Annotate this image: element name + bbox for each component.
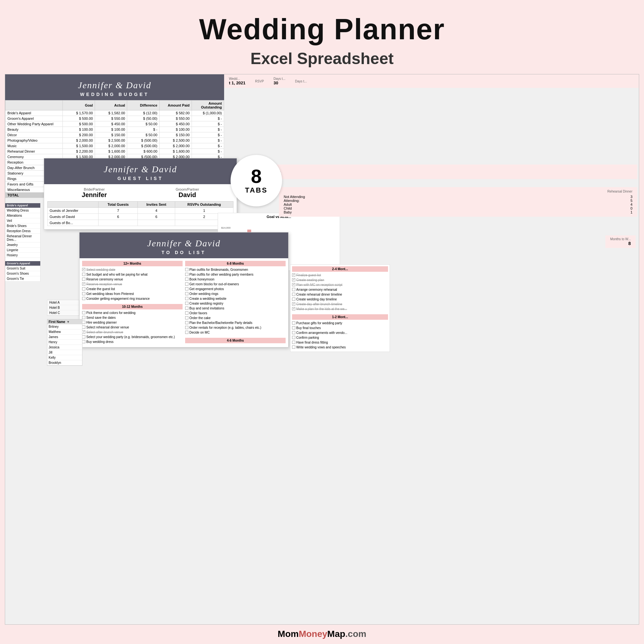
todo-text: Plan the Bachelor/Bachelorette Party det… [189, 321, 252, 325]
todo-checkbox[interactable] [292, 326, 295, 329]
todo-checkbox[interactable] [82, 316, 85, 319]
todo-checkbox[interactable] [82, 282, 85, 286]
todo-checkbox[interactable] [292, 278, 295, 281]
todo-checkbox[interactable] [82, 273, 85, 276]
todo-text: Plan with MC on reception script [296, 283, 342, 287]
adult-label: Adult [284, 203, 292, 206]
todo-checkbox[interactable] [82, 278, 85, 281]
budget-row-actual: $ 450.00 [95, 121, 127, 127]
hotel-list: Hotel A Hotel B Hotel C [47, 300, 79, 316]
todo-item: Select your wedding party (e.g. bridesma… [82, 335, 183, 339]
todo-checkbox[interactable] [185, 282, 188, 286]
todo-checkbox[interactable] [82, 297, 85, 300]
todo-text: Select rehearsal dinner venue [86, 325, 129, 329]
left-category-list: Bride's Apparel Wedding Dress Alteration… [5, 203, 41, 281]
todo-checkbox[interactable] [292, 336, 295, 339]
baby-label: Baby [284, 210, 292, 214]
todo-text: Order wedding rings [189, 292, 218, 296]
todo-checkbox[interactable] [82, 292, 85, 295]
david-total: 6 [99, 214, 138, 220]
todo-checkbox[interactable] [82, 287, 85, 290]
todo-item: Reserve reception venue [82, 282, 183, 286]
budget-row-label: Bride's Apparel [5, 110, 63, 116]
hotel-a: Hotel A [47, 300, 79, 305]
todo-checkbox[interactable] [82, 340, 85, 343]
todo-checkbox[interactable] [292, 293, 295, 296]
todo-checkbox[interactable] [82, 326, 85, 329]
todo-checkbox[interactable] [185, 268, 188, 271]
todo-header-2-4: 2-4 Mont... [292, 266, 388, 272]
todo-text: Confirm arrangements with vendo... [296, 331, 347, 335]
todo-item: Pick theme and colors for wedding [82, 311, 183, 315]
budget-row-diff: $ (50.00) [127, 116, 159, 121]
guest-header: Jennifer & David GUEST LIST [44, 158, 237, 184]
todo-text: Create rehearsal dinner timeline [296, 292, 342, 297]
todo-checkbox[interactable] [292, 302, 295, 306]
todo-couple-name: Jennifer & David [83, 238, 285, 249]
todo-text: Create a wedding website [189, 297, 226, 301]
col-header-outstanding: Amount Outstanding [192, 100, 224, 110]
todo-checkbox[interactable] [185, 316, 188, 319]
todo-item: Create a wedding website [185, 297, 286, 301]
wed-label: Wedd... [229, 77, 245, 81]
name-kelly: Kelly [47, 355, 82, 360]
not-attending-value: 3 [630, 195, 632, 199]
todo-text: Order favors [189, 311, 207, 315]
todo-checkbox[interactable] [292, 307, 295, 310]
todo-text: Decide on MC [189, 330, 210, 335]
child-label: Child [284, 206, 292, 210]
hotel-b: Hotel B [47, 305, 79, 310]
todo-checkbox[interactable] [82, 311, 85, 314]
todo-checkbox[interactable] [185, 287, 188, 290]
todo-item: Book honeymoon [185, 277, 286, 281]
name-jessica: Jessica [47, 345, 82, 350]
bride-partner: Bride/Partner Jennifer [82, 187, 107, 199]
filter-icon[interactable]: ▼ [67, 320, 70, 324]
budget-couple-name: Jennifer & David [8, 80, 221, 90]
todo-checkbox[interactable] [185, 273, 188, 276]
rsvp-top: RSVP [255, 80, 264, 83]
todo-item: Arrange ceremony rehearsal [292, 288, 388, 292]
groom-name: David [175, 191, 199, 199]
todo-checkbox[interactable] [185, 311, 188, 315]
todo-checkbox[interactable] [185, 321, 188, 324]
todo-checkbox[interactable] [82, 268, 85, 271]
todo-checkbox[interactable] [82, 330, 85, 334]
todo-checkbox[interactable] [292, 273, 295, 277]
todo-checkbox[interactable] [185, 302, 188, 305]
todo-checkbox[interactable] [185, 278, 188, 281]
attending-row: Attending: 5 [284, 199, 632, 203]
col-guest-group [48, 202, 99, 208]
todo-checkbox[interactable] [292, 346, 295, 349]
col-rsvps-outstanding: RSVPs Outstanding [175, 202, 233, 208]
todo-checkbox[interactable] [292, 283, 295, 286]
todo-checkbox[interactable] [185, 297, 188, 300]
todo-checkbox[interactable] [292, 298, 295, 301]
days-value: 30 [274, 81, 286, 85]
baby-value: 1 [630, 210, 632, 214]
todo-checkbox[interactable] [185, 307, 188, 310]
days-label2: Days t... [295, 80, 307, 83]
todo-checkbox[interactable] [82, 335, 85, 338]
todo-text: Get engagement photos [189, 287, 224, 291]
todo-checkbox[interactable] [185, 331, 188, 334]
todo-checkbox[interactable] [185, 292, 188, 295]
name-britney: Britney [47, 324, 82, 329]
todo-checkbox[interactable] [292, 288, 295, 291]
todo-item: Get wedding ideas from Pinterest [82, 292, 183, 296]
brides-apparel-label: Bride's Apparel [5, 203, 40, 208]
budget-row-outstanding: $ - [192, 149, 224, 154]
todo-header-10-12: 10-12 Months [82, 304, 183, 309]
main-title: Wedding Planner [6, 13, 638, 46]
budget-row-outstanding: $ - [192, 127, 224, 132]
todo-checkbox[interactable] [292, 341, 295, 344]
todo-checkbox[interactable] [82, 321, 85, 324]
bride-name: Jennifer [82, 191, 107, 199]
brand-map: Map [327, 629, 345, 639]
item-grooms-tie: Groom's Tie [5, 276, 40, 281]
budget-row-label: Music [5, 143, 63, 149]
todo-checkbox[interactable] [292, 321, 295, 325]
todo-checkbox[interactable] [185, 326, 188, 329]
todo-checkbox[interactable] [292, 331, 295, 334]
todo-text: Select after-brunch venue [86, 330, 123, 334]
